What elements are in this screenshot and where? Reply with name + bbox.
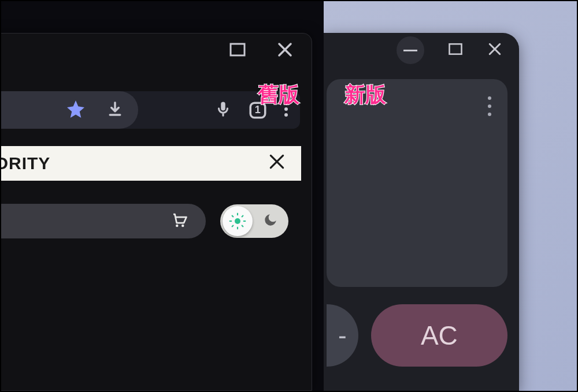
svg-rect-0 bbox=[231, 44, 244, 55]
dark-pill-bar bbox=[1, 204, 206, 238]
browser-toolbar: 1 bbox=[1, 91, 300, 129]
svg-line-15 bbox=[232, 225, 234, 227]
svg-rect-18 bbox=[449, 44, 461, 54]
maximize-icon[interactable] bbox=[447, 41, 464, 59]
svg-line-13 bbox=[232, 215, 234, 217]
svg-rect-17 bbox=[403, 50, 417, 51]
svg-point-8 bbox=[235, 218, 240, 224]
download-icon[interactable] bbox=[106, 100, 124, 120]
toggle-knob-light bbox=[223, 206, 253, 236]
calc-button-minus[interactable]: - bbox=[327, 304, 358, 367]
cart-icon[interactable] bbox=[170, 211, 188, 231]
svg-line-14 bbox=[242, 225, 243, 227]
svg-point-7 bbox=[181, 225, 184, 227]
close-icon[interactable] bbox=[276, 40, 294, 61]
theme-toggle[interactable] bbox=[220, 204, 288, 238]
maximize-icon[interactable] bbox=[228, 40, 247, 61]
site-action-row bbox=[1, 204, 288, 238]
svg-line-16 bbox=[242, 215, 243, 217]
minimize-button[interactable] bbox=[397, 36, 424, 64]
old-titlebar bbox=[1, 33, 312, 68]
banner-title: HORITY bbox=[1, 154, 50, 173]
new-titlebar bbox=[324, 33, 519, 68]
svg-rect-1 bbox=[221, 102, 225, 110]
svg-point-5 bbox=[284, 113, 288, 117]
calculator-button-row: - AC bbox=[327, 304, 507, 367]
calculator-display bbox=[327, 79, 507, 287]
url-bar-section bbox=[1, 91, 138, 129]
new-version-label: 新版 bbox=[344, 81, 386, 109]
moon-icon bbox=[263, 212, 278, 230]
microphone-icon[interactable] bbox=[214, 99, 232, 121]
old-version-panel: 舊版 1 bbox=[1, 1, 324, 391]
kebab-menu-icon[interactable] bbox=[488, 96, 491, 116]
new-version-panel: 新版 - AC bbox=[324, 1, 577, 391]
svg-point-6 bbox=[176, 225, 179, 227]
old-version-label: 舊版 bbox=[258, 81, 299, 109]
website-banner: HORITY bbox=[1, 146, 301, 181]
bookmark-star-icon[interactable] bbox=[65, 99, 86, 122]
close-icon[interactable] bbox=[487, 41, 503, 59]
calc-button-ac[interactable]: AC bbox=[371, 304, 507, 367]
banner-close-icon[interactable] bbox=[267, 152, 287, 176]
